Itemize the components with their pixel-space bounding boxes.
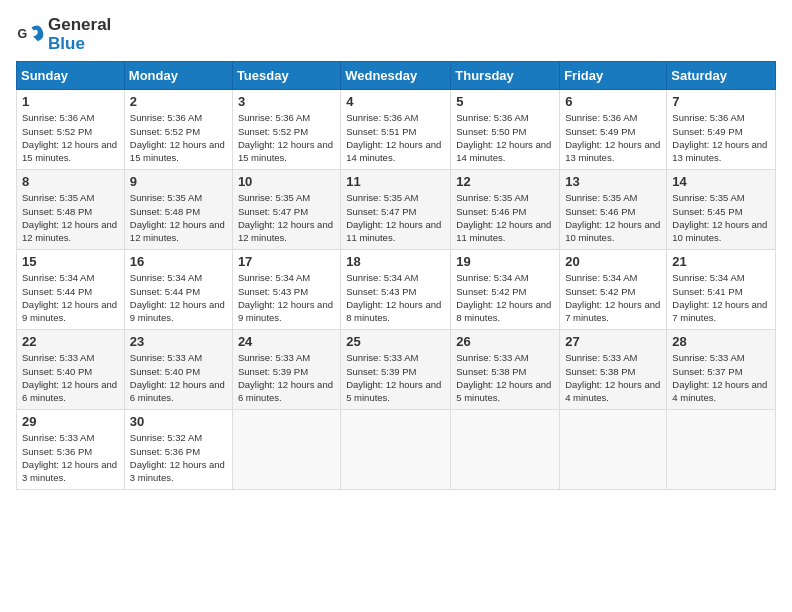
calendar-cell: 20 Sunrise: 5:34 AM Sunset: 5:42 PM Dayl… — [560, 250, 667, 330]
calendar-cell: 30 Sunrise: 5:32 AM Sunset: 5:36 PM Dayl… — [124, 410, 232, 489]
calendar-week-3: 15 Sunrise: 5:34 AM Sunset: 5:44 PM Dayl… — [17, 250, 776, 330]
day-number: 1 — [22, 94, 119, 109]
calendar-week-5: 29 Sunrise: 5:33 AM Sunset: 5:36 PM Dayl… — [17, 410, 776, 489]
cell-info: Sunrise: 5:34 AM Sunset: 5:43 PM Dayligh… — [346, 271, 445, 324]
day-number: 24 — [238, 334, 335, 349]
cell-info: Sunrise: 5:34 AM Sunset: 5:41 PM Dayligh… — [672, 271, 770, 324]
cell-info: Sunrise: 5:36 AM Sunset: 5:51 PM Dayligh… — [346, 111, 445, 164]
day-number: 22 — [22, 334, 119, 349]
cell-info: Sunrise: 5:36 AM Sunset: 5:49 PM Dayligh… — [672, 111, 770, 164]
cell-info: Sunrise: 5:36 AM Sunset: 5:52 PM Dayligh… — [22, 111, 119, 164]
cell-info: Sunrise: 5:34 AM Sunset: 5:43 PM Dayligh… — [238, 271, 335, 324]
col-wednesday: Wednesday — [341, 62, 451, 90]
calendar-table: Sunday Monday Tuesday Wednesday Thursday… — [16, 61, 776, 489]
calendar-cell: 13 Sunrise: 5:35 AM Sunset: 5:46 PM Dayl… — [560, 170, 667, 250]
cell-info: Sunrise: 5:36 AM Sunset: 5:52 PM Dayligh… — [238, 111, 335, 164]
cell-info: Sunrise: 5:35 AM Sunset: 5:47 PM Dayligh… — [346, 191, 445, 244]
col-monday: Monday — [124, 62, 232, 90]
cell-info: Sunrise: 5:35 AM Sunset: 5:46 PM Dayligh… — [565, 191, 661, 244]
cell-info: Sunrise: 5:35 AM Sunset: 5:48 PM Dayligh… — [130, 191, 227, 244]
day-number: 16 — [130, 254, 227, 269]
calendar-cell: 7 Sunrise: 5:36 AM Sunset: 5:49 PM Dayli… — [667, 90, 776, 170]
calendar-week-2: 8 Sunrise: 5:35 AM Sunset: 5:48 PM Dayli… — [17, 170, 776, 250]
day-number: 6 — [565, 94, 661, 109]
svg-text:G: G — [18, 27, 28, 41]
day-number: 25 — [346, 334, 445, 349]
calendar-cell: 19 Sunrise: 5:34 AM Sunset: 5:42 PM Dayl… — [451, 250, 560, 330]
cell-info: Sunrise: 5:34 AM Sunset: 5:42 PM Dayligh… — [565, 271, 661, 324]
day-number: 8 — [22, 174, 119, 189]
cell-info: Sunrise: 5:33 AM Sunset: 5:38 PM Dayligh… — [456, 351, 554, 404]
calendar-cell: 1 Sunrise: 5:36 AM Sunset: 5:52 PM Dayli… — [17, 90, 125, 170]
cell-info: Sunrise: 5:36 AM Sunset: 5:50 PM Dayligh… — [456, 111, 554, 164]
calendar-cell — [341, 410, 451, 489]
cell-info: Sunrise: 5:36 AM Sunset: 5:49 PM Dayligh… — [565, 111, 661, 164]
day-number: 12 — [456, 174, 554, 189]
col-friday: Friday — [560, 62, 667, 90]
calendar-cell: 23 Sunrise: 5:33 AM Sunset: 5:40 PM Dayl… — [124, 330, 232, 410]
calendar-cell — [560, 410, 667, 489]
cell-info: Sunrise: 5:33 AM Sunset: 5:36 PM Dayligh… — [22, 431, 119, 484]
cell-info: Sunrise: 5:34 AM Sunset: 5:42 PM Dayligh… — [456, 271, 554, 324]
cell-info: Sunrise: 5:34 AM Sunset: 5:44 PM Dayligh… — [130, 271, 227, 324]
calendar-cell: 6 Sunrise: 5:36 AM Sunset: 5:49 PM Dayli… — [560, 90, 667, 170]
day-number: 5 — [456, 94, 554, 109]
day-number: 28 — [672, 334, 770, 349]
day-number: 7 — [672, 94, 770, 109]
calendar-cell: 16 Sunrise: 5:34 AM Sunset: 5:44 PM Dayl… — [124, 250, 232, 330]
calendar-cell: 15 Sunrise: 5:34 AM Sunset: 5:44 PM Dayl… — [17, 250, 125, 330]
calendar-cell: 5 Sunrise: 5:36 AM Sunset: 5:50 PM Dayli… — [451, 90, 560, 170]
calendar-cell: 17 Sunrise: 5:34 AM Sunset: 5:43 PM Dayl… — [232, 250, 340, 330]
calendar-cell — [667, 410, 776, 489]
day-number: 14 — [672, 174, 770, 189]
calendar-cell: 22 Sunrise: 5:33 AM Sunset: 5:40 PM Dayl… — [17, 330, 125, 410]
calendar-cell: 24 Sunrise: 5:33 AM Sunset: 5:39 PM Dayl… — [232, 330, 340, 410]
day-number: 27 — [565, 334, 661, 349]
day-number: 11 — [346, 174, 445, 189]
calendar-week-1: 1 Sunrise: 5:36 AM Sunset: 5:52 PM Dayli… — [17, 90, 776, 170]
day-number: 13 — [565, 174, 661, 189]
calendar-cell: 14 Sunrise: 5:35 AM Sunset: 5:45 PM Dayl… — [667, 170, 776, 250]
day-number: 4 — [346, 94, 445, 109]
day-number: 3 — [238, 94, 335, 109]
cell-info: Sunrise: 5:33 AM Sunset: 5:40 PM Dayligh… — [130, 351, 227, 404]
day-number: 30 — [130, 414, 227, 429]
calendar-cell: 12 Sunrise: 5:35 AM Sunset: 5:46 PM Dayl… — [451, 170, 560, 250]
cell-info: Sunrise: 5:32 AM Sunset: 5:36 PM Dayligh… — [130, 431, 227, 484]
col-saturday: Saturday — [667, 62, 776, 90]
cell-info: Sunrise: 5:35 AM Sunset: 5:45 PM Dayligh… — [672, 191, 770, 244]
cell-info: Sunrise: 5:33 AM Sunset: 5:39 PM Dayligh… — [238, 351, 335, 404]
calendar-week-4: 22 Sunrise: 5:33 AM Sunset: 5:40 PM Dayl… — [17, 330, 776, 410]
cell-info: Sunrise: 5:33 AM Sunset: 5:37 PM Dayligh… — [672, 351, 770, 404]
calendar-cell: 27 Sunrise: 5:33 AM Sunset: 5:38 PM Dayl… — [560, 330, 667, 410]
day-number: 20 — [565, 254, 661, 269]
cell-info: Sunrise: 5:34 AM Sunset: 5:44 PM Dayligh… — [22, 271, 119, 324]
day-number: 2 — [130, 94, 227, 109]
calendar-cell: 28 Sunrise: 5:33 AM Sunset: 5:37 PM Dayl… — [667, 330, 776, 410]
calendar-cell: 10 Sunrise: 5:35 AM Sunset: 5:47 PM Dayl… — [232, 170, 340, 250]
day-number: 18 — [346, 254, 445, 269]
calendar-cell: 4 Sunrise: 5:36 AM Sunset: 5:51 PM Dayli… — [341, 90, 451, 170]
cell-info: Sunrise: 5:35 AM Sunset: 5:48 PM Dayligh… — [22, 191, 119, 244]
day-number: 29 — [22, 414, 119, 429]
weekday-header-row: Sunday Monday Tuesday Wednesday Thursday… — [17, 62, 776, 90]
logo: G General Blue — [16, 16, 111, 53]
calendar-cell: 25 Sunrise: 5:33 AM Sunset: 5:39 PM Dayl… — [341, 330, 451, 410]
calendar-cell: 3 Sunrise: 5:36 AM Sunset: 5:52 PM Dayli… — [232, 90, 340, 170]
day-number: 9 — [130, 174, 227, 189]
day-number: 10 — [238, 174, 335, 189]
calendar-cell: 26 Sunrise: 5:33 AM Sunset: 5:38 PM Dayl… — [451, 330, 560, 410]
calendar-cell: 21 Sunrise: 5:34 AM Sunset: 5:41 PM Dayl… — [667, 250, 776, 330]
cell-info: Sunrise: 5:35 AM Sunset: 5:47 PM Dayligh… — [238, 191, 335, 244]
calendar-cell: 8 Sunrise: 5:35 AM Sunset: 5:48 PM Dayli… — [17, 170, 125, 250]
calendar-cell: 11 Sunrise: 5:35 AM Sunset: 5:47 PM Dayl… — [341, 170, 451, 250]
col-tuesday: Tuesday — [232, 62, 340, 90]
day-number: 23 — [130, 334, 227, 349]
day-number: 15 — [22, 254, 119, 269]
cell-info: Sunrise: 5:36 AM Sunset: 5:52 PM Dayligh… — [130, 111, 227, 164]
col-thursday: Thursday — [451, 62, 560, 90]
cell-info: Sunrise: 5:33 AM Sunset: 5:39 PM Dayligh… — [346, 351, 445, 404]
calendar-cell: 2 Sunrise: 5:36 AM Sunset: 5:52 PM Dayli… — [124, 90, 232, 170]
day-number: 26 — [456, 334, 554, 349]
cell-info: Sunrise: 5:33 AM Sunset: 5:40 PM Dayligh… — [22, 351, 119, 404]
